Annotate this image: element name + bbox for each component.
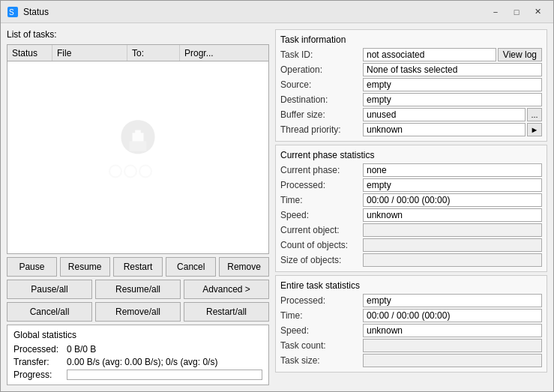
phase-speed-row: Speed: unknown [280, 208, 542, 222]
entire-task-title: Entire task statistics [280, 280, 542, 291]
button-row-3: Cancel/all Remove/all Restart/all [7, 302, 269, 322]
main-content: List of tasks: Status File To: Progr... [1, 23, 553, 391]
col-progress: Progr... [180, 45, 268, 61]
restart-all-button[interactable]: Restart/all [184, 302, 269, 322]
entire-time-label: Time: [280, 310, 363, 321]
restart-button[interactable]: Restart [113, 257, 163, 277]
progress-row: Progress: [13, 370, 262, 380]
operation-value: None of tasks selected [363, 63, 542, 76]
task-info-title: Task information [280, 34, 542, 45]
phase-processed-row: Processed: empty [280, 178, 542, 192]
svg-text:S: S [9, 8, 14, 16]
source-value-container: empty [363, 78, 542, 91]
current-phase-title: Current phase statistics [280, 150, 542, 160]
col-file: File [52, 45, 127, 61]
transfer-value: 0.00 B/s (avg: 0.00 B/s); 0/s (avg: 0/s) [67, 357, 262, 367]
right-panel: Task information Task ID: not associated… [275, 29, 547, 385]
task-count-container [363, 339, 542, 352]
task-id-value: not associated [363, 48, 496, 61]
task-size-value [363, 354, 542, 367]
entire-processed-label: Processed: [280, 295, 363, 306]
phase-processed-value: empty [363, 178, 542, 192]
processed-value: 0 B/0 B [67, 344, 262, 355]
current-phase-section: Current phase statistics Current phase: … [275, 145, 547, 272]
buffer-size-btn[interactable]: ... [527, 108, 542, 121]
thread-priority-row: Thread priority: unknown ► [280, 123, 542, 136]
entire-time-value: 00:00 / 00:00 (00:00) [363, 309, 542, 322]
operation-value-container: None of tasks selected [363, 63, 542, 76]
phase-row: Current phase: none [280, 163, 542, 177]
minimize-button[interactable]: − [486, 4, 505, 19]
buffer-size-label: Buffer size: [280, 109, 363, 120]
remove-all-button[interactable]: Remove/all [95, 302, 181, 322]
entire-speed-label: Speed: [280, 325, 363, 336]
list-of-tasks-label: List of tasks: [7, 29, 269, 40]
size-objects-value [363, 253, 542, 267]
destination-row: Destination: empty [280, 93, 542, 106]
col-status: Status [7, 45, 52, 61]
current-object-label: Current object: [280, 225, 363, 235]
entire-speed-row: Speed: unknown [280, 324, 542, 337]
global-stats-label: Global statistics [13, 330, 262, 340]
title-bar: S Status − □ ✕ [1, 1, 553, 23]
cancel-button[interactable]: Cancel [166, 257, 216, 277]
maximize-button[interactable]: □ [507, 4, 526, 19]
phase-time-label: Time: [280, 195, 363, 205]
task-size-label: Task size: [280, 355, 363, 366]
phase-processed-label: Processed: [280, 180, 363, 190]
resume-button[interactable]: Resume [60, 257, 110, 277]
phase-label: Current phase: [280, 165, 363, 175]
view-log-button[interactable]: View log [498, 48, 542, 61]
buffer-size-value-container: unused ... [363, 108, 542, 121]
source-value: empty [363, 78, 542, 91]
current-object-value [363, 223, 542, 237]
entire-processed-container: empty [363, 294, 542, 307]
current-phase-grid: Current phase: none Processed: empty Tim… [280, 163, 542, 267]
phase-speed-container: unknown [363, 208, 542, 222]
pause-button[interactable]: Pause [7, 257, 57, 277]
destination-value: empty [363, 93, 542, 106]
cancel-all-button[interactable]: Cancel/all [7, 302, 92, 322]
task-id-label: Task ID: [280, 49, 363, 60]
count-objects-container [363, 238, 542, 252]
phase-time-container: 00:00 / 00:00 (00:00) [363, 193, 542, 207]
advanced-button[interactable]: Advanced > [184, 280, 269, 299]
size-objects-row: Size of objects: [280, 253, 542, 267]
progress-bar [67, 370, 262, 380]
pause-all-button[interactable]: Pause/all [7, 280, 92, 299]
size-objects-container [363, 253, 542, 267]
current-object-container [363, 223, 542, 237]
thread-priority-btn[interactable]: ► [527, 123, 542, 136]
destination-value-container: empty [363, 93, 542, 106]
task-size-container [363, 354, 542, 367]
entire-processed-value: empty [363, 294, 542, 307]
task-count-row: Task count: [280, 339, 542, 352]
thread-priority-label: Thread priority: [280, 124, 363, 135]
transfer-row: Transfer: 0.00 B/s (avg: 0.00 B/s); 0/s … [13, 357, 262, 367]
phase-time-value: 00:00 / 00:00 (00:00) [363, 193, 542, 207]
phase-processed-container: empty [363, 178, 542, 192]
source-row: Source: empty [280, 78, 542, 91]
status-window: S Status − □ ✕ List of tasks: Status Fil… [0, 0, 554, 392]
remove-button[interactable]: Remove [219, 257, 269, 277]
buffer-size-row: Buffer size: unused ... [280, 108, 542, 121]
close-button[interactable]: ✕ [528, 4, 547, 19]
svg-point-3 [124, 166, 136, 178]
entire-speed-value: unknown [363, 324, 542, 337]
count-objects-row: Count of objects: [280, 238, 542, 252]
phase-value: none [363, 163, 542, 177]
task-info-grid: Task ID: not associated View log Operati… [280, 48, 542, 136]
task-id-value-container: not associated View log [363, 48, 542, 61]
svg-point-2 [109, 166, 121, 178]
task-list-header: Status File To: Progr... [7, 45, 268, 61]
thread-priority-value: unknown [363, 123, 526, 136]
count-objects-label: Count of objects: [280, 240, 363, 250]
task-count-value [363, 339, 542, 352]
window-icon: S [7, 6, 19, 18]
button-row-2: Pause/all Resume/all Advanced > [7, 280, 269, 299]
source-label: Source: [280, 79, 363, 90]
entire-processed-row: Processed: empty [280, 294, 542, 307]
window-title: Status [23, 7, 486, 17]
resume-all-button[interactable]: Resume/all [95, 280, 181, 299]
processed-label: Processed: [13, 344, 62, 355]
